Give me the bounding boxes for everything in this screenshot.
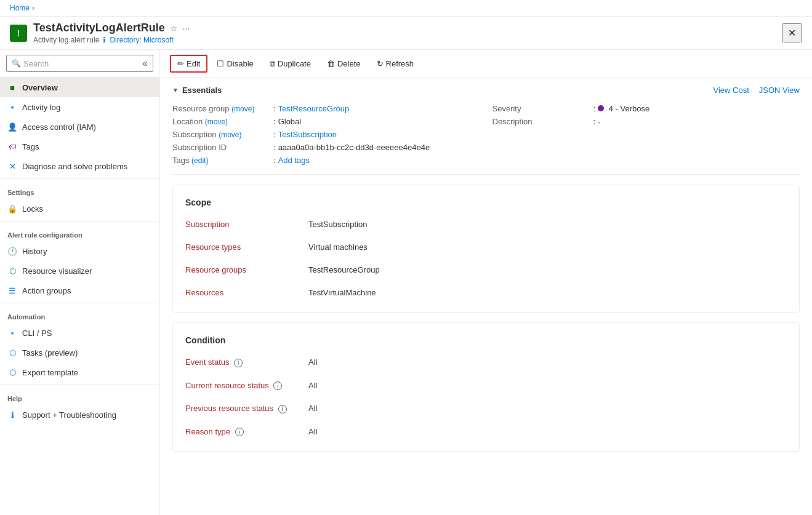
condition-card: Condition Event status i All Current res… bbox=[172, 322, 800, 452]
access-control-icon: 👤 bbox=[7, 122, 17, 132]
subscription-move-link[interactable]: (move) bbox=[219, 130, 241, 139]
collapse-sidebar-button[interactable]: « bbox=[142, 58, 148, 69]
sidebar-item-support[interactable]: ℹ Support + Troubleshooting bbox=[0, 405, 159, 425]
sidebar-item-resource-visualizer[interactable]: ⬡ Resource visualizer bbox=[0, 261, 159, 281]
reason-type-info-icon[interactable]: i bbox=[235, 428, 244, 436]
subscription-value: TestSubscription bbox=[278, 130, 337, 139]
delete-button[interactable]: 🗑 Delete bbox=[320, 55, 368, 72]
current-resource-status-label: Current resource status i bbox=[185, 378, 308, 393]
sidebar-label-history: History bbox=[22, 247, 47, 256]
sidebar-item-export-template[interactable]: ⬡ Export template bbox=[0, 362, 159, 382]
previous-resource-status-label: Previous resource status i bbox=[185, 401, 308, 416]
content-area: ✏ Edit ☐ Disable ⧉ Duplicate 🗑 Delete ↻ bbox=[160, 50, 812, 515]
sidebar-item-access-control[interactable]: 👤 Access control (IAM) bbox=[0, 117, 159, 137]
sidebar-item-locks[interactable]: 🔒 Locks bbox=[0, 199, 159, 218]
condition-card-title: Condition bbox=[185, 335, 787, 345]
sidebar-label-locks: Locks bbox=[22, 204, 43, 214]
tags-edit-link[interactable]: (edit) bbox=[191, 156, 208, 165]
sidebar-item-overview[interactable]: ■ Overview bbox=[0, 78, 159, 97]
sidebar-item-cli-ps[interactable]: ▪ CLI / PS bbox=[0, 323, 159, 343]
directory-label: Directory: Microsoft bbox=[110, 36, 173, 44]
sidebar-item-history[interactable]: 🕐 History bbox=[0, 241, 159, 261]
description-value: - bbox=[598, 117, 600, 126]
resource-visualizer-icon: ⬡ bbox=[7, 266, 17, 276]
search-input[interactable] bbox=[23, 59, 142, 68]
sidebar-label-resource-visualizer: Resource visualizer bbox=[22, 266, 92, 276]
duplicate-button[interactable]: ⧉ Duplicate bbox=[263, 55, 318, 73]
cards-area: Scope Subscription TestSubscription Reso… bbox=[160, 175, 812, 461]
support-icon: ℹ bbox=[7, 410, 17, 420]
essentials-collapse-icon[interactable]: ▼ bbox=[172, 87, 179, 94]
edit-icon: ✏ bbox=[177, 59, 184, 68]
location-value: Global bbox=[278, 117, 302, 126]
disable-icon: ☐ bbox=[217, 59, 224, 68]
subscription-id-label: Subscription ID bbox=[172, 143, 271, 152]
sidebar-item-action-groups[interactable]: ☰ Action groups bbox=[0, 281, 159, 300]
sidebar-label-tags: Tags bbox=[22, 142, 39, 151]
essentials-links: View Cost JSON View bbox=[713, 86, 800, 95]
tags-label: Tags (edit) bbox=[172, 156, 271, 165]
disable-button[interactable]: ☐ Disable bbox=[210, 55, 260, 72]
automation-section-label: Automation bbox=[0, 306, 159, 323]
location-move-link[interactable]: (move) bbox=[205, 118, 228, 126]
essentials-section: ▼ Essentials View Cost JSON View Resourc… bbox=[160, 78, 812, 175]
resource-group-label: Resource group (move) bbox=[172, 104, 271, 113]
description-label: Description bbox=[492, 117, 591, 126]
event-status-info-icon[interactable]: i bbox=[234, 359, 243, 367]
toolbar: ✏ Edit ☐ Disable ⧉ Duplicate 🗑 Delete ↻ bbox=[160, 50, 812, 78]
scope-card-grid: Subscription TestSubscription Resource t… bbox=[185, 217, 787, 300]
refresh-button[interactable]: ↻ Refresh bbox=[370, 55, 421, 72]
search-icon: 🔍 bbox=[12, 59, 21, 68]
tags-value: Add tags bbox=[278, 156, 310, 165]
close-button[interactable]: ✕ bbox=[782, 23, 802, 42]
action-groups-icon: ☰ bbox=[7, 285, 17, 295]
sidebar-label-export-template: Export template bbox=[22, 368, 78, 377]
view-cost-link[interactable]: View Cost bbox=[713, 86, 749, 95]
activity-log-icon: ▪ bbox=[7, 102, 17, 112]
sidebar-item-tags[interactable]: 🏷 Tags bbox=[0, 137, 159, 156]
description-row: Description : - bbox=[492, 115, 800, 128]
condition-card-grid: Event status i All Current resource stat… bbox=[185, 355, 787, 439]
sidebar-label-support: Support + Troubleshooting bbox=[22, 410, 116, 420]
severity-row: Severity : 4 - Verbose bbox=[492, 102, 800, 115]
reason-type-value: All bbox=[308, 425, 787, 439]
duplicate-icon: ⧉ bbox=[270, 59, 275, 69]
json-view-link[interactable]: JSON View bbox=[759, 86, 800, 95]
more-options-icon[interactable]: ··· bbox=[183, 23, 190, 33]
event-status-value: All bbox=[308, 355, 787, 370]
previous-resource-status-info-icon[interactable]: i bbox=[278, 405, 287, 413]
sidebar-label-cli-ps: CLI / PS bbox=[22, 329, 52, 338]
export-template-icon: ⬡ bbox=[7, 367, 17, 377]
breadcrumb-separator: › bbox=[32, 4, 34, 12]
current-resource-status-value: All bbox=[308, 378, 787, 393]
title-area: TestActivityLogAlertRule ☆ ··· Activity … bbox=[33, 22, 782, 44]
current-resource-status-info-icon[interactable]: i bbox=[273, 381, 282, 390]
scope-resource-types-value: Virtual machines bbox=[308, 240, 787, 254]
location-row: Location (move) : Global bbox=[172, 115, 480, 128]
search-box: 🔍 « bbox=[0, 50, 159, 78]
sidebar-item-activity-log[interactable]: ▪ Activity log bbox=[0, 97, 159, 117]
resource-group-move-link[interactable]: (move) bbox=[231, 105, 254, 113]
resource-group-separator: : bbox=[273, 104, 276, 113]
previous-resource-status-value: All bbox=[308, 401, 787, 416]
essentials-grid: Resource group (move) : TestResourceGrou… bbox=[172, 102, 800, 175]
severity-label: Severity bbox=[492, 104, 591, 113]
edit-button[interactable]: ✏ Edit bbox=[170, 55, 207, 73]
sidebar-label-access-control: Access control (IAM) bbox=[22, 122, 96, 132]
scope-resources-label: Resources bbox=[185, 285, 308, 300]
locks-icon: 🔒 bbox=[7, 204, 17, 214]
home-link[interactable]: Home bbox=[10, 4, 30, 12]
page-title: TestActivityLogAlertRule bbox=[33, 22, 165, 34]
subscription-row: Subscription (move) : TestSubscription bbox=[172, 128, 480, 141]
subscription-id-value: aaaa0a0a-bb1b-cc2c-dd3d-eeeeee4e4e4e bbox=[278, 143, 430, 152]
sidebar-label-tasks: Tasks (preview) bbox=[22, 348, 78, 357]
sidebar-item-diagnose[interactable]: ✕ Diagnose and solve problems bbox=[0, 156, 159, 176]
alert-config-section-label: Alert rule configuration bbox=[0, 224, 159, 241]
sidebar-item-tasks[interactable]: ⬡ Tasks (preview) bbox=[0, 343, 159, 362]
favorite-icon[interactable]: ☆ bbox=[170, 23, 178, 33]
sidebar-label-action-groups: Action groups bbox=[22, 286, 71, 295]
sidebar: 🔍 « ■ Overview ▪ Activity log 👤 Access c… bbox=[0, 50, 160, 515]
resource-icon: ! bbox=[10, 25, 27, 42]
history-icon: 🕐 bbox=[7, 246, 17, 256]
location-label: Location (move) bbox=[172, 117, 271, 126]
